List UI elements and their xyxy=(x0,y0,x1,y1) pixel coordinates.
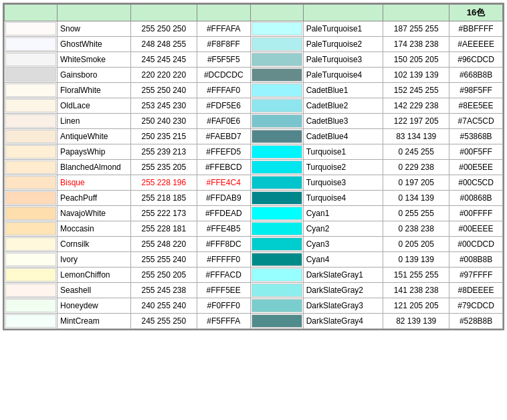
right-swatch xyxy=(250,98,303,114)
left-rgb: 255 235 205 xyxy=(130,160,197,175)
right-rgb: 82 139 139 xyxy=(383,314,449,329)
left-rgb: 255 250 240 xyxy=(130,83,197,98)
right-rgb: 0 245 255 xyxy=(383,144,449,160)
left-swatch xyxy=(5,206,58,221)
left-swatch xyxy=(5,221,58,237)
left-rgb: 255 248 220 xyxy=(130,237,197,252)
header-right-hex: 16色 xyxy=(449,5,503,21)
left-hex: #FFEFD5 xyxy=(197,144,250,160)
right-hex: #528B8B xyxy=(449,314,503,329)
left-hex: #FFDEAD xyxy=(197,206,250,221)
left-name: Linen xyxy=(58,114,131,129)
right-hex: #8DEEEE xyxy=(449,283,503,298)
right-swatch xyxy=(250,298,303,314)
left-hex: #FAF0E6 xyxy=(197,114,250,129)
right-swatch xyxy=(250,268,303,283)
header-left-swatch xyxy=(5,5,58,21)
left-hex: #FFF8DC xyxy=(197,237,250,252)
left-swatch xyxy=(5,298,58,314)
right-hex: #97FFFF xyxy=(449,268,503,283)
right-rgb: 0 139 139 xyxy=(383,252,449,268)
right-swatch xyxy=(250,252,303,268)
header-left-rgb xyxy=(130,5,197,21)
right-swatch xyxy=(250,175,303,191)
right-swatch xyxy=(250,191,303,206)
left-hex: #FFE4C4 xyxy=(197,175,250,191)
right-hex: #00868B xyxy=(449,191,503,206)
left-name: Ivory xyxy=(58,252,131,268)
left-name: AntiqueWhite xyxy=(58,129,131,144)
right-rgb: 0 229 238 xyxy=(383,160,449,175)
right-name: DarkSlateGray1 xyxy=(303,268,383,283)
left-hex: #FFE4B5 xyxy=(197,221,250,237)
right-name: PaleTurquoise1 xyxy=(303,21,383,37)
right-swatch xyxy=(250,21,303,37)
left-hex: #F0FFF0 xyxy=(197,298,250,314)
right-swatch xyxy=(250,160,303,175)
header-left-name xyxy=(58,5,131,21)
left-name: MintCream xyxy=(58,314,131,329)
left-swatch xyxy=(5,21,58,37)
left-rgb: 255 239 213 xyxy=(130,144,197,160)
left-name: PeachPuff xyxy=(58,191,131,206)
left-hex: #FFEBCD xyxy=(197,160,250,175)
right-swatch xyxy=(250,52,303,68)
left-swatch xyxy=(5,83,58,98)
left-rgb: 255 228 181 xyxy=(130,221,197,237)
right-swatch xyxy=(250,206,303,221)
left-swatch xyxy=(5,129,58,144)
left-rgb: 245 255 250 xyxy=(130,314,197,329)
right-rgb: 174 238 238 xyxy=(383,37,449,52)
right-rgb: 187 255 255 xyxy=(383,21,449,37)
header-right-swatch xyxy=(250,5,303,21)
right-name: Cyan3 xyxy=(303,237,383,252)
right-name: DarkSlateGray2 xyxy=(303,283,383,298)
left-rgb: 255 245 238 xyxy=(130,283,197,298)
left-hex: #FFFAF0 xyxy=(197,83,250,98)
left-rgb: 250 240 230 xyxy=(130,114,197,129)
header-left-hex xyxy=(197,5,250,21)
left-swatch xyxy=(5,268,58,283)
right-name: PaleTurquoise2 xyxy=(303,37,383,52)
left-name: Bisque xyxy=(58,175,131,191)
left-rgb: 255 250 205 xyxy=(130,268,197,283)
left-hex: #F5FFFA xyxy=(197,314,250,329)
right-rgb: 151 255 255 xyxy=(383,268,449,283)
right-rgb: 83 134 139 xyxy=(383,129,449,144)
left-swatch xyxy=(5,191,58,206)
right-hex: #00C5CD xyxy=(449,175,503,191)
right-name: CadetBlue2 xyxy=(303,98,383,114)
right-swatch xyxy=(250,37,303,52)
right-swatch xyxy=(250,83,303,98)
right-hex: #00EEEE xyxy=(449,221,503,237)
left-name: LemonChiffon xyxy=(58,268,131,283)
left-hex: #FDF5E6 xyxy=(197,98,250,114)
left-swatch xyxy=(5,68,58,83)
right-hex: #008B8B xyxy=(449,252,503,268)
right-rgb: 0 255 255 xyxy=(383,206,449,221)
right-name: Turquoise3 xyxy=(303,175,383,191)
color-table: 16色 Snow255 250 250#FFFAFAPaleTurquoise1… xyxy=(4,4,503,329)
left-hex: #FFF5EE xyxy=(197,283,250,298)
left-rgb: 220 220 220 xyxy=(130,68,197,83)
left-name: Honeydew xyxy=(58,298,131,314)
right-hex: #53868B xyxy=(449,129,503,144)
right-rgb: 150 205 205 xyxy=(383,52,449,68)
right-swatch xyxy=(250,129,303,144)
right-name: Turquoise4 xyxy=(303,191,383,206)
right-hex: #00E5EE xyxy=(449,160,503,175)
right-hex: #BBFFFF xyxy=(449,21,503,37)
right-rgb: 141 238 238 xyxy=(383,283,449,298)
right-swatch xyxy=(250,144,303,160)
table-wrapper: 16色 Snow255 250 250#FFFAFAPaleTurquoise1… xyxy=(4,4,503,329)
right-rgb: 122 197 205 xyxy=(383,114,449,129)
left-name: Moccasin xyxy=(58,221,131,237)
left-name: PapaysWhip xyxy=(58,144,131,160)
right-hex: #96CDCD xyxy=(449,52,503,68)
right-hex: #00CDCD xyxy=(449,237,503,252)
left-rgb: 253 245 230 xyxy=(130,98,197,114)
right-rgb: 0 197 205 xyxy=(383,175,449,191)
right-name: Cyan1 xyxy=(303,206,383,221)
right-name: Turquoise2 xyxy=(303,160,383,175)
left-name: Gainsboro xyxy=(58,68,131,83)
